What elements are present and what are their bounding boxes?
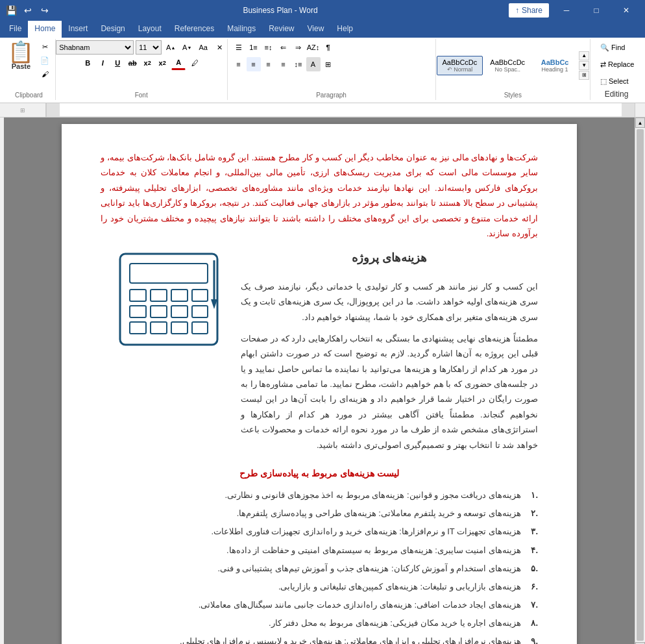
scroll-up-button[interactable]: ▲ xyxy=(635,118,645,128)
svg-rect-14 xyxy=(192,322,208,334)
cut-button[interactable]: ✂ xyxy=(38,40,52,53)
undo-quick-btn[interactable]: ↩ xyxy=(21,3,35,18)
shading-button[interactable]: A xyxy=(306,57,321,71)
style-scroll-up[interactable]: ▲ xyxy=(579,51,589,60)
replace-button[interactable]: ⇄ Replace xyxy=(597,57,636,71)
find-icon: 🔍 xyxy=(600,43,609,52)
window-controls: ─ □ ✕ xyxy=(552,1,641,19)
document-container[interactable]: شرکت‌ها و نهادهای مالی نیز به عنوان مخاط… xyxy=(4,118,635,644)
font-group: Shabnam 11 A▲ A▼ Aa ✕ B I U ab x2 x2 xyxy=(56,39,228,100)
show-hide-button[interactable]: ¶ xyxy=(321,40,335,55)
redo-quick-btn[interactable]: ↪ xyxy=(38,3,52,18)
maximize-button[interactable]: □ xyxy=(581,1,611,19)
minimize-button[interactable]: ─ xyxy=(552,1,581,19)
numbering-button[interactable]: 1≡ xyxy=(247,40,261,55)
list-item: .۷ هزینه‌های ایجاد خدمات اضافی: هزینه‌ها… xyxy=(101,598,538,612)
document-text: شرکت‌ها و نهادهای مالی نیز به عنوان مخاط… xyxy=(101,150,538,644)
ruler-scroll xyxy=(635,103,645,117)
style-expand[interactable]: ⊞ xyxy=(579,71,589,80)
list-item: .۵ هزینه‌های استخدام و آموزش کارکنان: هز… xyxy=(101,562,538,576)
svg-rect-3 xyxy=(130,290,146,301)
font-name-row: Shabnam 11 A▲ A▼ Aa ✕ xyxy=(56,40,226,55)
tab-insert[interactable]: Insert xyxy=(62,21,94,38)
svg-rect-1 xyxy=(120,254,217,345)
line-spacing-button[interactable]: ↕≡ xyxy=(291,57,306,71)
scrollbar-thumb[interactable] xyxy=(637,129,644,641)
svg-rect-2 xyxy=(130,264,208,283)
document-page: شرکت‌ها و نهادهای مالی نیز به عنوان مخاط… xyxy=(62,124,577,644)
increase-indent-button[interactable]: ⇒ xyxy=(291,40,306,55)
main-area: شرکت‌ها و نهادهای مالی نیز به عنوان مخاط… xyxy=(0,118,645,644)
ribbon-body: 📋 Paste ✂ 📄 🖌 Clipboard Shabnam 11 xyxy=(0,38,645,103)
paste-button[interactable]: 📋 Paste xyxy=(5,40,36,90)
align-left-button[interactable]: ≡ xyxy=(232,57,246,71)
find-button[interactable]: 🔍 Find xyxy=(597,40,636,55)
shrink-font-button[interactable]: A▼ xyxy=(180,40,194,55)
bold-button[interactable]: B xyxy=(80,56,95,70)
svg-rect-7 xyxy=(130,306,146,317)
tab-home[interactable]: Home xyxy=(28,21,62,38)
style-scroll-down[interactable]: ▼ xyxy=(579,61,589,70)
style-heading1[interactable]: AaBbCc Heading 1 xyxy=(532,56,578,75)
clipboard-group: 📋 Paste ✂ 📄 🖌 Clipboard xyxy=(3,39,56,100)
list-item: .۸ هزینه‌های اجاره یا خرید مکان فیزیکی: … xyxy=(101,616,538,630)
svg-rect-5 xyxy=(171,290,188,301)
strikethrough-button[interactable]: ab xyxy=(125,56,140,70)
borders-button[interactable]: ⊞ xyxy=(321,57,335,71)
multilevel-button[interactable]: ≡↕ xyxy=(262,40,276,55)
list-item: .۹ هزینه‌های نرم‌افزارهای تحلیلی و ابزار… xyxy=(101,634,538,644)
svg-rect-10 xyxy=(192,306,208,317)
font-name-select[interactable]: Shabnam xyxy=(56,40,134,55)
costs-title: هزینه‌های پروژه xyxy=(241,247,538,268)
select-button[interactable]: ⬚ Select xyxy=(597,74,636,88)
tab-review[interactable]: Review xyxy=(262,21,300,38)
italic-button[interactable]: I xyxy=(95,56,110,70)
highlight-color-button[interactable]: 🖊 xyxy=(188,56,202,70)
tab-mailings[interactable]: Mailings xyxy=(221,21,262,38)
text-color-button[interactable]: A xyxy=(171,56,186,70)
font-size-select[interactable]: 11 xyxy=(136,40,162,55)
costs-intro: این کسب و کار نیز مانند هر کسب و کار تول… xyxy=(241,279,538,325)
intro-paragraph: شرکت‌ها و نهادهای مالی نیز به عنوان مخاط… xyxy=(101,150,538,241)
ribbon-tab-bar: File Home Insert Design Layout Reference… xyxy=(0,21,645,38)
clear-format-button[interactable]: ✕ xyxy=(212,40,226,55)
clipboard-label: Clipboard xyxy=(15,90,43,99)
list-title: لیست هزینه‌های مربوط به پیاده‌سازی طرح xyxy=(101,465,538,482)
align-right-button[interactable]: ≡ xyxy=(262,57,276,71)
grow-font-button[interactable]: A▲ xyxy=(164,40,178,55)
decrease-indent-button[interactable]: ⇐ xyxy=(276,40,291,55)
justify-button[interactable]: ≡ xyxy=(276,57,291,71)
paragraph-group: ☰ 1≡ ≡↕ ⇐ ⇒ AZ↕ ¶ ≡ ≡ ≡ ≡ ↕≡ A ⊞ xyxy=(228,39,436,100)
close-button[interactable]: ✕ xyxy=(611,1,641,19)
list-item: .۱ هزینه‌های دریافت مجوز و قوانین: هزینه… xyxy=(101,488,538,502)
share-icon: ↑ xyxy=(515,6,519,15)
format-painter-button[interactable]: 🖌 xyxy=(38,68,52,80)
ruler-right-margin xyxy=(622,103,635,117)
font-format-row: B I U ab x2 x2 A 🖊 xyxy=(80,56,202,70)
tab-view[interactable]: View xyxy=(301,21,331,38)
costs-text: هزینه‌های پروژه این کسب و کار نیز مانند … xyxy=(241,247,538,459)
tab-file[interactable]: File xyxy=(3,21,28,38)
svg-rect-6 xyxy=(192,290,208,301)
copy-button[interactable]: 📄 xyxy=(38,54,52,67)
save-quick-btn[interactable]: 💾 xyxy=(4,3,18,18)
change-case-button[interactable]: Aa xyxy=(196,40,210,55)
list-item: .۴ هزینه‌های امنیت سایبری: هزینه‌های مرب… xyxy=(101,543,538,558)
superscript-button[interactable]: x2 xyxy=(155,56,169,70)
underline-button[interactable]: U xyxy=(110,56,125,70)
select-icon: ⬚ xyxy=(600,77,607,86)
sort-button[interactable]: AZ↕ xyxy=(306,40,321,55)
tab-references[interactable]: References xyxy=(168,21,221,38)
style-normal[interactable]: AaBbCcDc ↶ Normal xyxy=(437,56,483,75)
style-nospace[interactable]: AaBbCcDc No Spac.. xyxy=(484,56,531,75)
ruler-body xyxy=(47,103,635,117)
tab-help[interactable]: Help xyxy=(330,21,359,38)
subscript-button[interactable]: x2 xyxy=(140,56,154,70)
tab-layout[interactable]: Layout xyxy=(132,21,168,38)
share-button[interactable]: ↑ Share xyxy=(509,3,549,18)
calculator-image xyxy=(101,247,230,356)
align-center-button[interactable]: ≡ xyxy=(247,57,261,71)
vertical-scrollbar[interactable]: ▲ ▼ xyxy=(635,118,645,644)
bullets-button[interactable]: ☰ xyxy=(232,40,246,55)
tab-design[interactable]: Design xyxy=(94,21,131,38)
